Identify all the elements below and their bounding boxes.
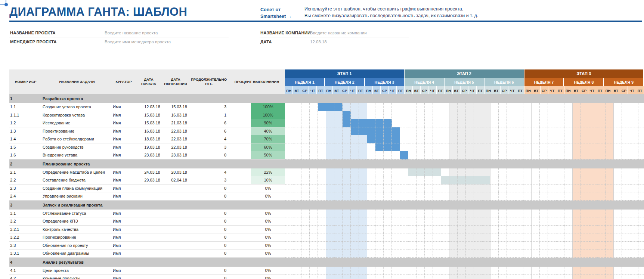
- gantt-day-cell[interactable]: [507, 111, 515, 120]
- gantt-day-cell[interactable]: [285, 135, 293, 143]
- gantt-day-cell[interactable]: [318, 143, 326, 152]
- gantt-day-cell[interactable]: [343, 127, 351, 136]
- percent-cell[interactable]: [229, 258, 285, 267]
- gantt-day-cell[interactable]: [466, 185, 474, 193]
- gantt-day-cell[interactable]: [606, 226, 614, 234]
- gantt-day-cell[interactable]: [433, 119, 441, 127]
- gantt-day-cell[interactable]: [326, 192, 334, 201]
- duration-cell[interactable]: 0: [189, 275, 229, 279]
- gantt-day-cell[interactable]: [597, 119, 606, 127]
- gantt-day-cell[interactable]: [449, 119, 458, 127]
- gantt-day-cell[interactable]: [408, 103, 417, 111]
- gantt-day-cell[interactable]: [425, 226, 433, 234]
- gantt-day-cell[interactable]: [597, 249, 606, 258]
- task-name-cell[interactable]: Управление рисками: [42, 192, 112, 201]
- week-header-6[interactable]: НЕДЕЛЯ 6: [484, 78, 524, 86]
- gantt-day-cell[interactable]: [318, 151, 326, 159]
- day-header[interactable]: ПН: [604, 86, 612, 94]
- end-date-cell[interactable]: [162, 94, 189, 103]
- gantt-day-cell[interactable]: [556, 103, 564, 111]
- gantt-day-cell[interactable]: [597, 275, 606, 279]
- gantt-day-cell[interactable]: [293, 119, 301, 127]
- gantt-day-cell[interactable]: [630, 176, 638, 185]
- duration-cell[interactable]: 0: [189, 210, 229, 218]
- gantt-day-cell[interactable]: [384, 226, 392, 234]
- gantt-day-cell[interactable]: [630, 143, 638, 152]
- start-date-cell[interactable]: [135, 217, 162, 226]
- gantt-day-cell[interactable]: [490, 135, 499, 143]
- week-header-1[interactable]: НЕДЕЛЯ 1: [285, 78, 325, 86]
- curator-cell[interactable]: Имя: [112, 135, 135, 143]
- gantt-day-cell[interactable]: [367, 111, 375, 120]
- gantt-day-cell[interactable]: [490, 275, 499, 279]
- gantt-day-cell[interactable]: [466, 233, 474, 242]
- gantt-day-cell[interactable]: [359, 168, 367, 177]
- gantt-day-cell[interactable]: [540, 143, 548, 152]
- gantt-day-cell[interactable]: [564, 249, 573, 258]
- gantt-day-cell[interactable]: [614, 119, 622, 127]
- gantt-day-cell[interactable]: [630, 119, 638, 127]
- gantt-day-cell[interactable]: [614, 275, 622, 279]
- gantt-day-cell[interactable]: [556, 217, 564, 226]
- curator-cell[interactable]: Имя: [112, 168, 135, 177]
- gantt-day-cell[interactable]: [384, 267, 392, 275]
- gantt-day-cell[interactable]: [458, 275, 466, 279]
- gantt-day-cell[interactable]: [614, 168, 622, 177]
- day-header[interactable]: ВТ: [373, 86, 381, 94]
- gantt-day-cell[interactable]: [474, 267, 482, 275]
- gantt-day-cell[interactable]: [597, 103, 606, 111]
- wbs-cell[interactable]: 1.2: [9, 119, 42, 127]
- gantt-day-cell[interactable]: [589, 242, 597, 250]
- gantt-day-cell[interactable]: [540, 233, 548, 242]
- start-date-cell[interactable]: 29.03.18: [135, 176, 162, 185]
- gantt-day-cell[interactable]: [474, 233, 482, 242]
- gantt-day-cell[interactable]: [466, 151, 474, 159]
- day-header[interactable]: ПН: [524, 86, 532, 94]
- gantt-day-cell[interactable]: [638, 143, 644, 152]
- gantt-day-cell[interactable]: [638, 127, 644, 136]
- gantt-day-cell[interactable]: [573, 217, 581, 226]
- curator-cell[interactable]: Имя: [112, 275, 135, 279]
- day-header[interactable]: ПТ: [596, 86, 604, 94]
- gantt-day-cell[interactable]: [285, 249, 293, 258]
- task-name-cell[interactable]: Контроль качества: [42, 226, 112, 234]
- gantt-day-cell[interactable]: [417, 242, 425, 250]
- date-input[interactable]: 12.03.18: [310, 40, 327, 44]
- day-header[interactable]: ПТ: [357, 86, 365, 94]
- gantt-day-cell[interactable]: [589, 192, 597, 201]
- gantt-day-cell[interactable]: [441, 249, 449, 258]
- gantt-day-cell[interactable]: [441, 103, 449, 111]
- gantt-day-cell[interactable]: [392, 210, 400, 218]
- gantt-day-cell[interactable]: [515, 217, 523, 226]
- gantt-day-cell[interactable]: [384, 192, 392, 201]
- gantt-day-cell[interactable]: [425, 135, 433, 143]
- gantt-day-cell[interactable]: [310, 210, 318, 218]
- gantt-day-cell[interactable]: [630, 275, 638, 279]
- gantt-day-cell[interactable]: [433, 192, 441, 201]
- gantt-day-cell[interactable]: [449, 185, 458, 193]
- gantt-day-cell[interactable]: [293, 249, 301, 258]
- gantt-day-cell[interactable]: [638, 151, 644, 159]
- gantt-day-cell[interactable]: [606, 210, 614, 218]
- gantt-day-cell[interactable]: [548, 151, 556, 159]
- gantt-day-cell[interactable]: [589, 226, 597, 234]
- gantt-day-cell[interactable]: [384, 176, 392, 185]
- gantt-day-cell[interactable]: [556, 176, 564, 185]
- end-date-cell[interactable]: 28.03.18: [162, 168, 189, 177]
- gantt-day-cell[interactable]: [408, 111, 417, 120]
- gantt-bar-cell[interactable]: [367, 127, 375, 136]
- gantt-day-cell[interactable]: [351, 242, 359, 250]
- gantt-day-cell[interactable]: [458, 242, 466, 250]
- gantt-day-cell[interactable]: [515, 119, 523, 127]
- duration-cell[interactable]: 0: [189, 192, 229, 201]
- gantt-day-cell[interactable]: [482, 226, 490, 234]
- duration-cell[interactable]: 0: [189, 233, 229, 242]
- gantt-day-cell[interactable]: [630, 111, 638, 120]
- gantt-day-cell[interactable]: [597, 176, 606, 185]
- start-date-cell[interactable]: [135, 192, 162, 201]
- duration-cell[interactable]: 4: [189, 168, 229, 177]
- gantt-day-cell[interactable]: [606, 143, 614, 152]
- gantt-day-cell[interactable]: [318, 127, 326, 136]
- gantt-day-cell[interactable]: [515, 176, 523, 185]
- duration-cell[interactable]: 4: [189, 135, 229, 143]
